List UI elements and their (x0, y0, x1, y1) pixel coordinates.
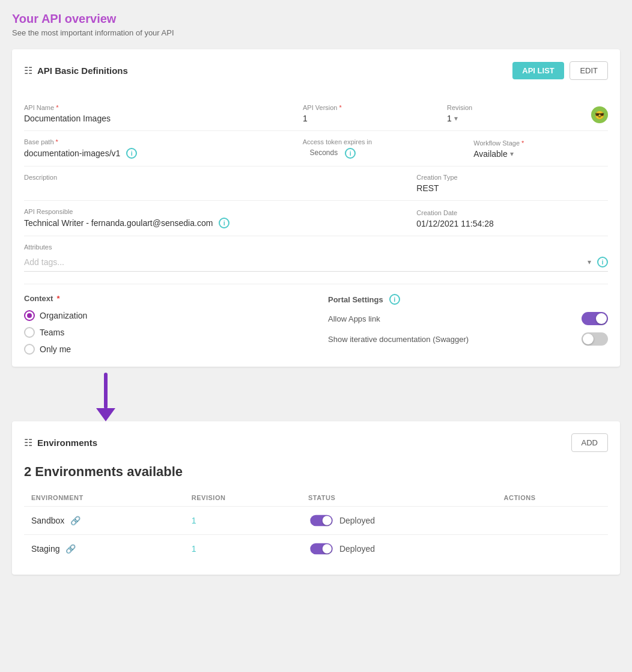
allow-apps-toggle[interactable] (582, 312, 608, 325)
col-actions: ACTIONS (497, 489, 609, 507)
api-basic-title: API Basic Definitions (37, 66, 128, 76)
api-list-button[interactable]: API LIST (512, 62, 564, 79)
radio-only-me-label: Only me (40, 344, 71, 354)
environments-card: ☷ Environments ADD 2 Environments availa… (12, 421, 620, 575)
env-actions-1 (497, 535, 609, 563)
env-status-label-1: Deployed (339, 544, 375, 554)
revision-dropdown-arrow: ▾ (454, 114, 458, 123)
base-path-field: Base path * documentation-images/v1 i (24, 138, 293, 159)
portal-info-icon[interactable]: i (389, 294, 400, 305)
seconds-label: Seconds (310, 148, 338, 157)
api-responsible-info-icon[interactable]: i (219, 218, 229, 228)
context-section: Context * Organization Teams Only me (24, 294, 304, 355)
environments-header: ☷ Environments ADD (24, 433, 608, 459)
creation-type-field: Creation Type REST (416, 174, 608, 193)
form-row-5: Attributes Add tags... ▾ i (24, 236, 608, 279)
env-revision-1: 1 (184, 535, 301, 563)
env-status-toggle-1[interactable] (310, 543, 332, 555)
environments-title: Environments (37, 438, 97, 448)
radio-teams-label: Teams (40, 328, 64, 337)
workflow-stage-field: Workflow Stage * Available ▾ (473, 139, 608, 159)
context-required: * (56, 294, 59, 303)
api-responsible-label: API Responsible (24, 208, 407, 215)
api-name-value: Documentation Images (24, 114, 293, 123)
radio-organization-dot (27, 313, 32, 318)
show-iterative-label: Show iterative documentation (Swagger) (328, 335, 469, 344)
radio-only-me[interactable]: Only me (24, 344, 304, 355)
api-basic-title-row: ☷ API Basic Definitions (24, 65, 128, 76)
arrow-container (12, 373, 620, 421)
api-basic-actions: API LIST EDIT (512, 61, 608, 80)
creation-date-value: 01/12/2021 11:54:28 (416, 219, 608, 228)
add-environment-button[interactable]: ADD (571, 433, 608, 452)
api-responsible-value: Technical Writer - fernanda.goulart@sens… (24, 218, 213, 228)
show-iterative-knob (583, 334, 594, 344)
allow-apps-label: Allow Apps link (328, 314, 380, 323)
radio-only-me-input[interactable] (24, 344, 35, 355)
creation-type-value: REST (416, 183, 608, 193)
revision-select[interactable]: 1 ▾ (447, 114, 582, 123)
api-responsible-field: API Responsible Technical Writer - ferna… (24, 208, 407, 228)
context-radio-group: Organization Teams Only me (24, 310, 304, 355)
workflow-stage-value: Available (473, 149, 508, 159)
env-status-knob-0 (323, 516, 332, 525)
creation-type-label: Creation Type (416, 174, 608, 181)
access-token-field: Access token expires in Seconds i (303, 138, 464, 159)
col-environment: ENVIRONMENT (24, 489, 184, 507)
portal-section: Portal Settings i Allow Apps link Show i… (328, 294, 608, 355)
show-iterative-toggle[interactable] (582, 332, 608, 346)
portal-title: Portal Settings i (328, 294, 608, 305)
edit-button[interactable]: EDIT (570, 61, 608, 80)
env-status-toggle-0[interactable] (310, 515, 332, 527)
access-token-label: Access token expires in (303, 138, 464, 145)
env-status-knob-1 (323, 544, 332, 553)
description-value (24, 183, 407, 193)
page-title: Your API overview (12, 12, 620, 26)
api-version-value: 1 (303, 114, 437, 123)
avatar: 😎 (591, 106, 608, 123)
workflow-dropdown-arrow: ▾ (510, 150, 514, 158)
context-portal-section: Context * Organization Teams Only me (24, 284, 608, 355)
radio-organization[interactable]: Organization (24, 310, 304, 321)
revision-label: Revision (447, 104, 582, 111)
api-version-label: API Version * (303, 104, 437, 111)
base-path-info-icon[interactable]: i (126, 148, 137, 159)
form-row-1: API Name * Documentation Images API Vers… (24, 97, 608, 131)
environments-grid-icon: ☷ (24, 437, 32, 448)
form-row-4: API Responsible Technical Writer - ferna… (24, 201, 608, 236)
allow-apps-row: Allow Apps link (328, 312, 608, 325)
attributes-info-icon[interactable]: i (597, 257, 608, 267)
radio-teams-input[interactable] (24, 327, 35, 338)
env-actions-0 (497, 507, 609, 535)
base-path-value: documentation-images/v1 (24, 148, 120, 158)
revision-value: 1 (447, 114, 452, 123)
attributes-label: Attributes (24, 243, 608, 251)
api-name-label: API Name * (24, 104, 293, 111)
page-subtitle: See the most important information of yo… (12, 28, 620, 37)
radio-teams[interactable]: Teams (24, 327, 304, 338)
revision-field: Revision 1 ▾ (447, 104, 582, 123)
attributes-input[interactable]: Add tags... ▾ i (24, 253, 608, 272)
grid-icon: ☷ (24, 65, 32, 76)
api-basic-form: API Name * Documentation Images API Vers… (24, 97, 608, 279)
radio-organization-input[interactable] (24, 310, 35, 321)
env-count: 2 Environments available (24, 464, 608, 480)
env-row-0: Sandbox 🔗 1 Deployed (24, 507, 608, 535)
environments-table: ENVIRONMENT REVISION STATUS ACTIONS Sand… (24, 489, 608, 563)
env-revision-0: 1 (184, 507, 301, 535)
api-basic-header: ☷ API Basic Definitions API LIST EDIT (24, 61, 608, 87)
workflow-stage-select[interactable]: Available ▾ (473, 149, 608, 159)
env-name-0: Sandbox (31, 516, 64, 525)
form-row-3: Description Creation Type REST (24, 166, 608, 201)
col-status: STATUS (301, 489, 497, 507)
col-revision: REVISION (184, 489, 301, 507)
env-link-icon-0[interactable]: 🔗 (70, 516, 81, 525)
form-row-2: Base path * documentation-images/v1 i Ac… (24, 131, 608, 166)
env-name-1: Staging (31, 544, 59, 554)
api-version-field: API Version * 1 (303, 104, 437, 123)
base-path-label: Base path * (24, 138, 293, 145)
access-token-info-icon[interactable]: i (345, 148, 356, 159)
arrow-shaft (104, 373, 108, 409)
env-table-header-row: ENVIRONMENT REVISION STATUS ACTIONS (24, 489, 608, 507)
env-link-icon-1[interactable]: 🔗 (65, 544, 76, 554)
